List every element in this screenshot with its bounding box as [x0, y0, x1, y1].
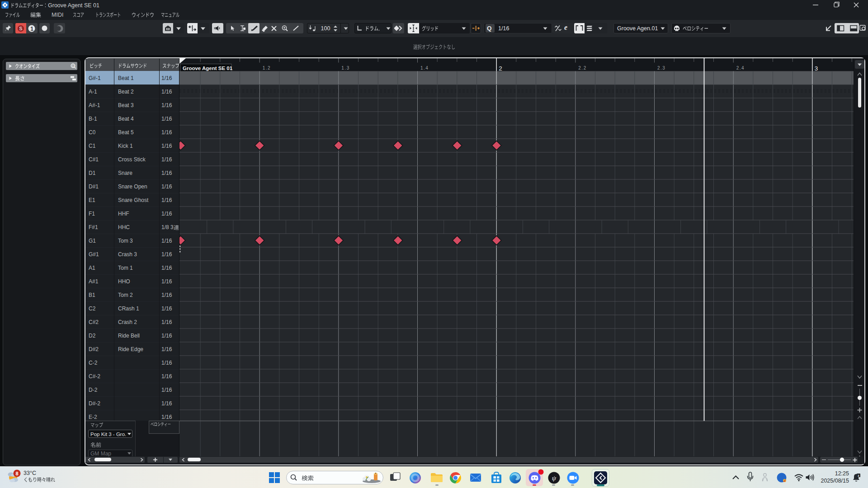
svg-text:8: 8 [15, 471, 18, 476]
svg-text:2.3: 2.3 [657, 66, 665, 70]
svg-text:2.2: 2.2 [578, 66, 586, 70]
svg-text:S: S [19, 26, 22, 31]
svg-text:1.4: 1.4 [420, 66, 429, 70]
svg-text:3: 3 [815, 65, 818, 71]
svg-text:z: z [858, 474, 859, 477]
svg-text:1.2: 1.2 [263, 66, 271, 70]
svg-text:Q: Q [72, 64, 75, 68]
svg-text:2.4: 2.4 [736, 66, 745, 70]
svg-text:2: 2 [499, 65, 502, 71]
svg-text:ψ: ψ [552, 474, 557, 482]
svg-text:1.3: 1.3 [341, 66, 349, 70]
svg-text:Groove Agent SE 01: Groove Agent SE 01 [183, 65, 233, 70]
svg-text:1: 1 [30, 26, 33, 32]
